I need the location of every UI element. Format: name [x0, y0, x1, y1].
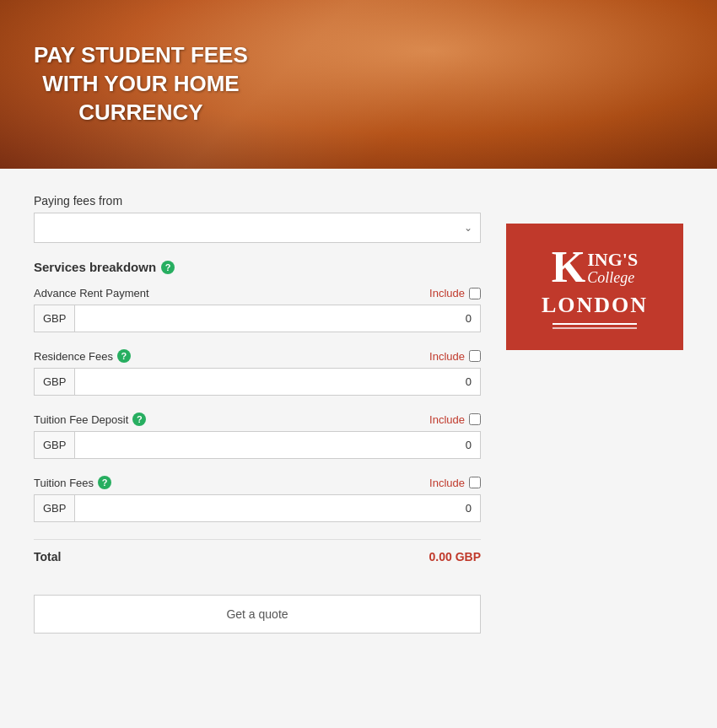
residence-fees-currency: GBP: [35, 369, 75, 395]
total-label: Total: [34, 550, 61, 564]
main-content: Paying fees from ⌄ Services breakdown ? …: [0, 169, 717, 728]
residence-fees-label: Residence Fees ?: [34, 349, 131, 363]
services-help-icon[interactable]: ?: [161, 261, 175, 274]
residence-fees-include[interactable]: Include: [429, 350, 481, 363]
tuition-fees-checkbox[interactable]: [469, 477, 481, 488]
form-section: Paying fees from ⌄ Services breakdown ? …: [34, 194, 481, 634]
service-header-tuition-fees: Tuition Fees ? Include: [34, 476, 481, 489]
tuition-deposit-label: Tuition Fee Deposit ?: [34, 413, 146, 426]
residence-fees-amount[interactable]: [75, 369, 480, 395]
services-breakdown-title: Services breakdown: [34, 260, 156, 274]
hero-section: PAY STUDENT FEES WITH YOUR HOME CURRENCY: [0, 0, 717, 169]
logo-inner: K ING'S College LONDON: [542, 245, 648, 329]
advance-rent-checkbox[interactable]: [469, 288, 481, 299]
advance-rent-amount[interactable]: [75, 305, 480, 332]
services-breakdown-section: Services breakdown ?: [34, 260, 481, 274]
tuition-deposit-help-icon[interactable]: ?: [132, 413, 146, 426]
residence-fees-help-icon[interactable]: ?: [117, 349, 131, 363]
advance-rent-label: Advance Rent Payment: [34, 287, 149, 299]
residence-fees-input-wrapper: GBP: [34, 368, 481, 396]
hero-title: PAY STUDENT FEES WITH YOUR HOME CURRENCY: [0, 16, 282, 152]
quote-button-wrapper: Get a quote: [34, 595, 481, 634]
tuition-deposit-currency: GBP: [35, 432, 75, 458]
tuition-deposit-include[interactable]: Include: [429, 413, 481, 426]
logo-divider-2: [553, 327, 638, 329]
service-row-tuition-deposit: Tuition Fee Deposit ? Include GBP: [34, 413, 481, 459]
logo-section: K ING'S College LONDON: [506, 194, 683, 350]
logo-text-top: K ING'S College: [542, 245, 648, 289]
logo-london: LONDON: [542, 293, 648, 318]
total-value: 0.00 GBP: [429, 550, 481, 564]
tuition-fees-help-icon[interactable]: ?: [98, 476, 111, 489]
total-row: Total 0.00 GBP: [34, 539, 481, 574]
tuition-deposit-checkbox[interactable]: [469, 413, 481, 425]
service-header-tuition-deposit: Tuition Fee Deposit ? Include: [34, 413, 481, 426]
service-row-residence-fees: Residence Fees ? Include GBP: [34, 349, 481, 396]
advance-rent-currency: GBP: [35, 305, 75, 332]
tuition-fees-amount[interactable]: [75, 495, 480, 521]
service-row-advance-rent: Advance Rent Payment Include GBP: [34, 287, 481, 332]
service-row-tuition-fees: Tuition Fees ? Include GBP: [34, 476, 481, 522]
logo-ings: ING'S: [587, 251, 638, 269]
logo-divider-1: [553, 323, 638, 325]
paying-fees-label: Paying fees from: [34, 194, 481, 208]
tuition-fees-currency: GBP: [35, 495, 75, 521]
tuition-deposit-amount[interactable]: [75, 432, 480, 458]
logo-k: K: [552, 245, 585, 289]
get-quote-button[interactable]: Get a quote: [34, 595, 481, 634]
content-layout: Paying fees from ⌄ Services breakdown ? …: [34, 194, 683, 634]
tuition-fees-label: Tuition Fees ?: [34, 476, 111, 489]
advance-rent-input-wrapper: GBP: [34, 305, 481, 332]
service-header-advance-rent: Advance Rent Payment Include: [34, 287, 481, 299]
service-header-residence-fees: Residence Fees ? Include: [34, 349, 481, 363]
residence-fees-checkbox[interactable]: [469, 350, 481, 362]
tuition-fees-input-wrapper: GBP: [34, 494, 481, 522]
kings-college-logo: K ING'S College LONDON: [506, 224, 683, 350]
tuition-deposit-input-wrapper: GBP: [34, 431, 481, 459]
tuition-fees-include[interactable]: Include: [429, 477, 481, 489]
paying-fees-wrapper: ⌄: [34, 213, 481, 243]
logo-college: College: [587, 270, 634, 287]
logo-right: ING'S College: [587, 245, 638, 287]
paying-fees-select[interactable]: [34, 213, 481, 243]
advance-rent-include[interactable]: Include: [429, 287, 481, 299]
